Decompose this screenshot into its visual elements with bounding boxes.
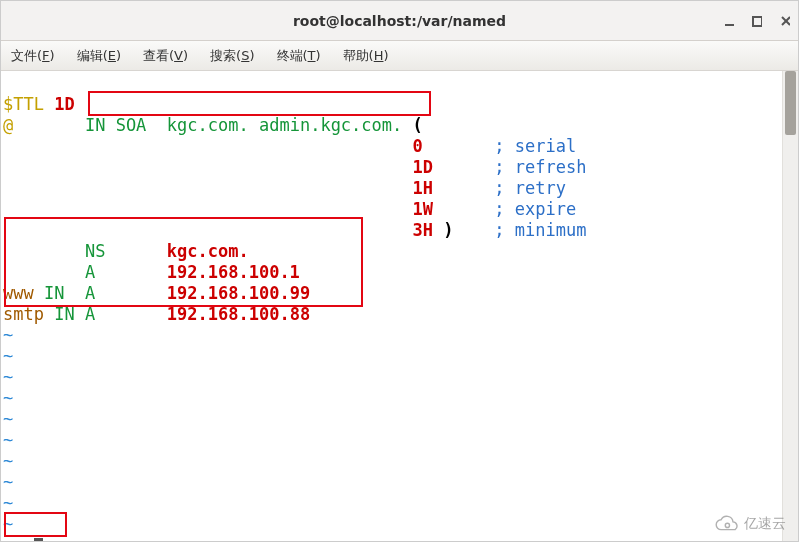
text-cursor [34, 538, 43, 542]
vim-tilde: ~ [3, 325, 13, 345]
scrollbar-thumb[interactable] [785, 71, 796, 135]
zone-line-minimum: 3H ) ; minimum [3, 220, 587, 240]
zone-line-a-root: A 192.168.100.1 [3, 262, 300, 282]
zone-line-ttl: $TTL 1D [3, 94, 75, 114]
vim-tilde: ~ [3, 346, 13, 366]
menu-search[interactable]: 搜索(S) [206, 45, 258, 67]
close-button[interactable] [780, 16, 790, 26]
zone-line-retry: 1H ; retry [3, 178, 566, 198]
menu-help[interactable]: 帮助(H) [339, 45, 393, 67]
menu-edit[interactable]: 编辑(E) [73, 45, 125, 67]
terminal[interactable]: $TTL 1D @ IN SOA kgc.com. admin.kgc.com.… [3, 73, 780, 539]
zone-line-expire: 1W ; expire [3, 199, 576, 219]
menu-file[interactable]: 文件(F) [7, 45, 59, 67]
menu-terminal[interactable]: 终端(T) [273, 45, 325, 67]
vim-tilde: ~ [3, 430, 13, 450]
window-title: root@localhost:/var/named [293, 13, 506, 29]
vim-tilde: ~ [3, 388, 13, 408]
vim-tilde: ~ [3, 514, 13, 534]
menubar: 文件(F) 编辑(E) 查看(V) 搜索(S) 终端(T) 帮助(H) [1, 41, 798, 71]
window-controls [724, 1, 790, 41]
zone-line-www: www IN A 192.168.100.99 [3, 283, 310, 303]
vim-tilde: ~ [3, 367, 13, 387]
vim-tilde: ~ [3, 472, 13, 492]
vim-tilde: ~ [3, 409, 13, 429]
titlebar: root@localhost:/var/named [1, 1, 798, 41]
vim-tilde: ~ [3, 451, 13, 471]
watermark-text: 亿速云 [744, 515, 786, 533]
zone-line-smtp: smtp IN A 192.168.100.88 [3, 304, 310, 324]
vim-tilde: ~ [3, 493, 13, 513]
maximize-button[interactable] [752, 16, 762, 26]
svg-rect-1 [753, 17, 762, 26]
minimize-button[interactable] [724, 16, 734, 26]
zone-line-refresh: 1D ; refresh [3, 157, 586, 177]
menu-view[interactable]: 查看(V) [139, 45, 192, 67]
vim-command-line[interactable]: :wq [3, 535, 43, 542]
scrollbar-track[interactable] [782, 71, 798, 541]
zone-line-serial: 0 ; serial [3, 136, 576, 156]
svg-point-4 [725, 523, 729, 527]
zone-line-soa: @ IN SOA kgc.com. admin.kgc.com. ( [3, 115, 423, 135]
zone-line-ns: NS kgc.com. [3, 241, 249, 261]
cloud-icon [712, 515, 740, 533]
watermark: 亿速云 [712, 515, 786, 533]
